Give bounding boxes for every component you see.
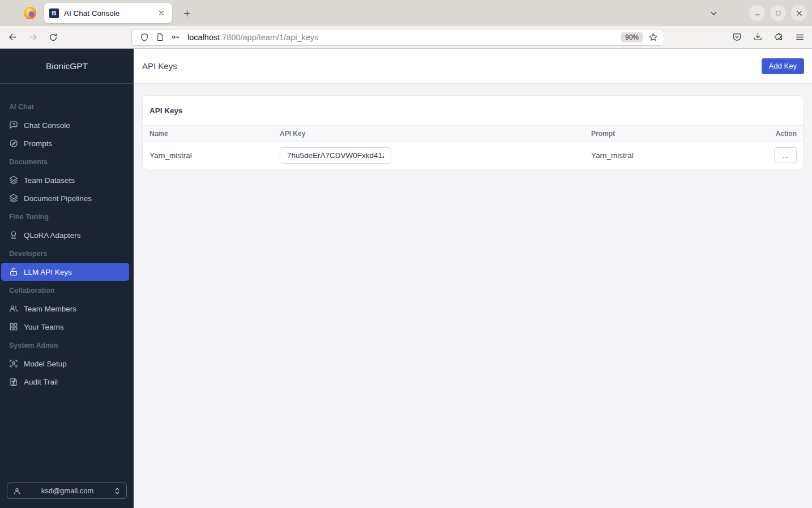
card-title: API Keys [143, 96, 803, 125]
grid-icon [9, 322, 18, 331]
chat-question-icon [9, 121, 18, 130]
page-info-icon[interactable] [156, 33, 164, 41]
audit-file-icon [9, 377, 18, 386]
forward-button[interactable] [24, 29, 42, 46]
browser-tab[interactable]: B AI Chat Console [44, 3, 172, 23]
url-text: localhost:7800/app/team/1/api_keys [187, 33, 621, 42]
browser-toolbar: localhost:7800/app/team/1/api_keys 90% [0, 26, 812, 49]
cell-prompt: Yarn_mistral [586, 151, 772, 160]
brand-title: BionicGPT [0, 49, 134, 84]
sidebar-item-team-datasets[interactable]: Team Datasets [1, 171, 129, 189]
main-area: API Keys Add Key API Keys Name API Key P… [134, 49, 812, 508]
sidebar-item-chat-console[interactable]: Chat Console [1, 116, 129, 134]
cell-key-name: Yarn_mistral [143, 151, 274, 160]
column-header-action: Action [772, 130, 803, 138]
sidebar-item-team-members[interactable]: Team Members [1, 300, 129, 318]
new-tab-button[interactable] [178, 5, 195, 22]
section-header-documents: Documents [0, 152, 134, 171]
sidebar-item-label: Model Setup [24, 360, 67, 368]
sidebar-item-label: LLM API Keys [24, 268, 72, 276]
minimize-button[interactable] [749, 5, 765, 21]
add-key-button[interactable]: Add Key [762, 58, 804, 74]
column-header-prompt: Prompt [586, 130, 772, 138]
layers-icon [9, 176, 18, 185]
sidebar-item-label: Prompts [24, 139, 52, 148]
sidebar-spacer [0, 391, 134, 483]
page-content: API Keys Name API Key Prompt Action Yarn… [134, 84, 812, 181]
section-header-developers: Developers [0, 244, 134, 263]
app-window: BionicGPT AI Chat Chat Console Prompts D… [0, 49, 812, 508]
sidebar-item-model-setup[interactable]: Model Setup [1, 355, 129, 373]
download-icon[interactable] [749, 29, 767, 46]
sidebar-item-label: Your Teams [24, 323, 64, 331]
user-account-select[interactable]: ksd@gmail.com [7, 483, 127, 499]
column-header-name: Name [143, 130, 274, 138]
table-header-row: Name API Key Prompt Action [143, 125, 803, 142]
pocket-icon[interactable] [728, 29, 746, 46]
award-icon [9, 230, 18, 240]
section-header-collaboration: Collaboration [0, 281, 134, 300]
tab-close-icon[interactable] [156, 7, 167, 19]
page-header: API Keys Add Key [134, 49, 812, 84]
zoom-level-badge[interactable]: 90% [621, 32, 643, 42]
browser-tab-bar: B AI Chat Console [0, 0, 812, 26]
model-scan-icon [9, 359, 18, 368]
sidebar-item-llm-api-keys[interactable]: LLM API Keys [1, 263, 129, 281]
sidebar-item-qlora-adapters[interactable]: QLoRA Adapters [1, 226, 129, 244]
person-icon [13, 487, 21, 495]
table-row: Yarn_mistral Yarn_mistral ... [143, 142, 803, 169]
toolbar-actions [725, 29, 809, 46]
api-key-input[interactable] [280, 147, 391, 164]
sidebar-item-label: Team Members [24, 305, 76, 313]
menu-hamburger-icon[interactable] [790, 29, 809, 46]
url-path: :7800/app/team/1/api_keys [220, 33, 318, 42]
sidebar-item-prompts[interactable]: Prompts [1, 134, 129, 152]
section-header-ai-chat: AI Chat [0, 97, 134, 116]
sidebar-item-label: Chat Console [24, 121, 70, 130]
close-window-button[interactable] [791, 5, 807, 21]
sidebar-item-your-teams[interactable]: Your Teams [1, 318, 129, 336]
api-keys-card: API Keys Name API Key Prompt Action Yarn… [142, 95, 804, 169]
url-host: localhost [187, 33, 220, 42]
bookmark-star-icon[interactable] [648, 32, 658, 42]
list-all-tabs-chevron-icon[interactable] [705, 5, 722, 22]
firefox-logo-icon[interactable] [24, 7, 36, 19]
page-title: API Keys [142, 61, 177, 71]
prompt-pen-icon [9, 139, 18, 148]
window-controls [705, 5, 812, 22]
sidebar-item-document-pipelines[interactable]: Document Pipelines [1, 189, 129, 207]
sidebar-item-label: Document Pipelines [24, 194, 92, 203]
back-button[interactable] [3, 29, 22, 46]
cell-action: ... [772, 147, 803, 163]
reload-button[interactable] [44, 29, 62, 46]
user-email: ksd@gmail.com [21, 486, 114, 495]
select-chevrons-icon [114, 487, 121, 495]
cell-api-key [274, 147, 586, 164]
section-header-system-admin: System Admin [0, 336, 134, 355]
row-actions-button[interactable]: ... [774, 147, 797, 163]
shield-icon[interactable] [140, 33, 149, 42]
layers-icon [9, 194, 18, 203]
column-header-api-key: API Key [274, 130, 586, 138]
sidebar-item-label: Audit Trail [24, 378, 58, 386]
sidebar-nav: AI Chat Chat Console Prompts Documents T… [0, 97, 134, 391]
site-favicon: B [49, 8, 59, 18]
sidebar-item-audit-trail[interactable]: Audit Trail [1, 373, 129, 391]
sidebar: BionicGPT AI Chat Chat Console Prompts D… [0, 49, 134, 508]
tab-title: AI Chat Console [64, 9, 156, 18]
sidebar-item-label: Team Datasets [24, 176, 75, 185]
users-icon [9, 304, 18, 313]
section-header-fine-tuning: Fine Tuning [0, 207, 134, 226]
url-bar[interactable]: localhost:7800/app/team/1/api_keys 90% [131, 29, 664, 46]
key-icon[interactable] [171, 32, 181, 42]
unlock-icon [9, 267, 18, 276]
extensions-puzzle-icon[interactable] [770, 29, 788, 46]
sidebar-item-label: QLoRA Adapters [24, 231, 81, 240]
maximize-button[interactable] [770, 5, 786, 21]
